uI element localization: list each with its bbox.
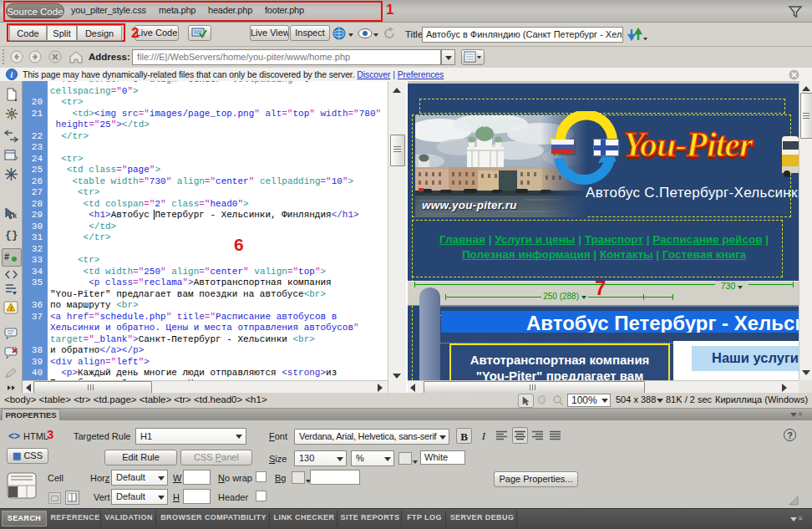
svg-text:k: k (13, 211, 18, 220)
svg-text:#: # (4, 252, 9, 262)
svg-text:!: ! (10, 305, 13, 313)
svg-text:i: i (11, 70, 13, 79)
svg-text:{}: {} (5, 229, 18, 241)
